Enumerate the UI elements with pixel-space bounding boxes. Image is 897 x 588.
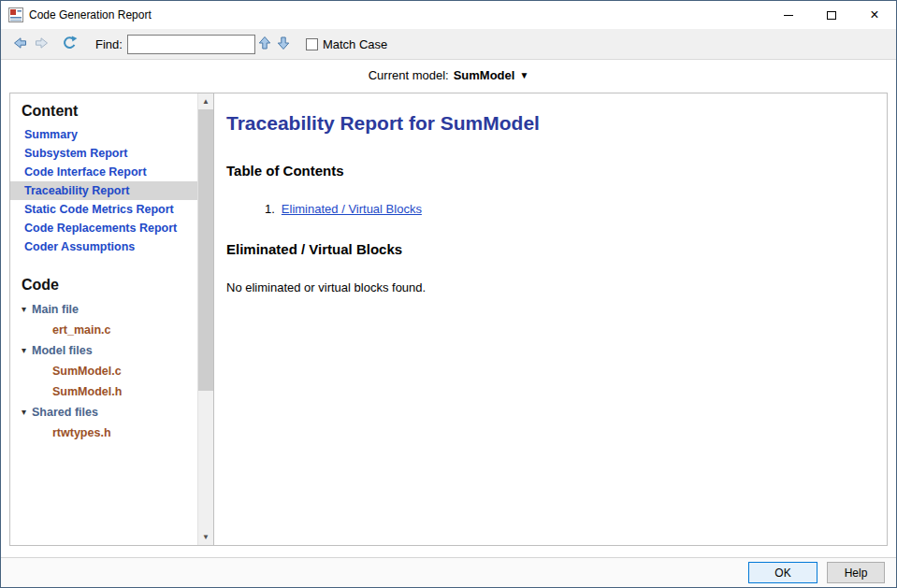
content-area: Content Summary Subsystem Report Code In… [1, 91, 896, 557]
find-toolbar: Find: Match Case [1, 29, 896, 60]
toc-item: 1.Eliminated / Virtual Blocks [265, 202, 868, 216]
back-icon [11, 36, 28, 53]
model-bar: Current model: SumModel ▼ [1, 60, 896, 91]
refresh-button[interactable] [59, 34, 80, 55]
sidebar-item-code-interface-report[interactable]: Code Interface Report [10, 163, 197, 181]
toc-item-number: 1. [265, 202, 275, 216]
sidebar-scrollbar[interactable]: ▲ ▼ [197, 93, 213, 545]
section-body-text: No eliminated or virtual blocks found. [226, 280, 868, 294]
sidebar: Content Summary Subsystem Report Code In… [10, 93, 214, 545]
tree-group-model-files[interactable]: ▾ Model files [10, 340, 197, 361]
maximize-button[interactable] [810, 1, 853, 29]
titlebar: Code Generation Report × [1, 1, 896, 29]
tree-group-label: Main file [32, 299, 79, 320]
tree-group-label: Model files [32, 340, 93, 361]
sidebar-item-code-replacements-report[interactable]: Code Replacements Report [10, 219, 197, 237]
up-arrow-icon [258, 36, 271, 53]
model-dropdown-icon[interactable]: ▼ [519, 70, 528, 80]
sidebar-item-traceability-report[interactable]: Traceability Report [10, 181, 197, 200]
content-heading: Content [22, 103, 197, 120]
back-button[interactable] [8, 34, 31, 55]
window-controls: × [767, 1, 896, 29]
scroll-down-button[interactable]: ▼ [198, 529, 213, 545]
collapse-triangle-icon[interactable]: ▾ [22, 340, 26, 361]
code-generation-report-window: Code Generation Report × [0, 0, 897, 588]
scroll-up-button[interactable]: ▲ [198, 93, 213, 109]
tree-group-shared-files[interactable]: ▾ Shared files [10, 402, 197, 423]
ok-button[interactable]: OK [748, 562, 817, 583]
scroll-up-icon: ▲ [202, 97, 210, 106]
down-arrow-icon [277, 36, 290, 53]
footer: OK Help [1, 557, 896, 587]
sidebar-item-coder-assumptions[interactable]: Coder Assumptions [10, 237, 197, 256]
collapse-triangle-icon[interactable]: ▾ [22, 402, 26, 423]
find-label: Find: [95, 37, 123, 51]
find-previous-button[interactable] [255, 34, 274, 55]
minimize-icon [784, 15, 793, 16]
sidebar-item-static-code-metrics-report[interactable]: Static Code Metrics Report [10, 200, 197, 219]
toc-heading: Table of Contents [226, 163, 868, 179]
scrollbar-thumb[interactable] [198, 109, 213, 391]
window-title: Code Generation Report [29, 8, 152, 22]
code-heading: Code [22, 277, 197, 294]
find-input[interactable] [127, 35, 255, 54]
collapse-triangle-icon[interactable]: ▾ [22, 299, 26, 320]
tree-group-label: Shared files [32, 402, 98, 423]
scrollbar-track[interactable] [198, 109, 213, 529]
scroll-down-icon: ▼ [202, 533, 210, 541]
close-icon: × [870, 7, 878, 22]
find-next-button[interactable] [274, 34, 293, 55]
refresh-icon [62, 36, 78, 53]
maximize-icon [827, 11, 836, 20]
tree-file-summodel-c[interactable]: SumModel.c [10, 361, 197, 381]
forward-button[interactable] [31, 34, 53, 55]
sidebar-nav: Content Summary Subsystem Report Code In… [10, 93, 197, 545]
minimize-button[interactable] [767, 1, 810, 29]
report-content: Traceability Report for SumModel Table o… [214, 93, 887, 545]
toc-link-eliminated-virtual-blocks[interactable]: Eliminated / Virtual Blocks [282, 202, 422, 216]
tree-group-main-file[interactable]: ▾ Main file [10, 299, 197, 320]
tree-file-ert-main-c[interactable]: ert_main.c [10, 320, 197, 340]
help-button[interactable]: Help [827, 562, 885, 583]
section-heading-eliminated-virtual-blocks: Eliminated / Virtual Blocks [226, 241, 868, 257]
match-case-label[interactable]: Match Case [323, 37, 387, 51]
tree-file-rtwtypes-h[interactable]: rtwtypes.h [10, 423, 197, 443]
tree-file-summodel-h[interactable]: SumModel.h [10, 381, 197, 402]
report-app-icon [8, 7, 23, 22]
report-panel: Content Summary Subsystem Report Code In… [9, 93, 888, 546]
forward-icon [34, 36, 51, 53]
close-button[interactable]: × [853, 1, 896, 29]
sidebar-item-summary[interactable]: Summary [10, 125, 197, 144]
current-model-value[interactable]: SumModel [454, 68, 515, 82]
report-title: Traceability Report for SumModel [226, 112, 868, 135]
sidebar-item-subsystem-report[interactable]: Subsystem Report [10, 144, 197, 163]
match-case-checkbox[interactable] [306, 38, 318, 50]
current-model-label: Current model: [369, 68, 449, 82]
